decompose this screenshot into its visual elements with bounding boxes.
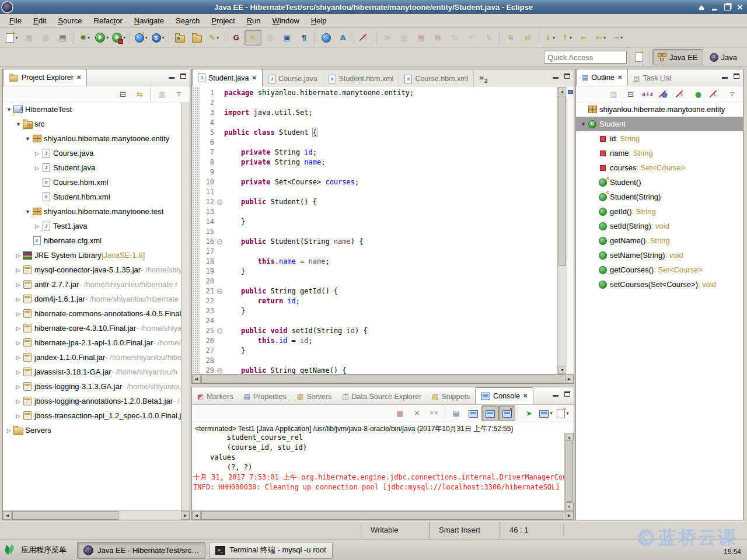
- code-line[interactable]: 21− public String getId() {: [199, 286, 557, 296]
- tab-console[interactable]: Console✕: [475, 387, 533, 404]
- code-line[interactable]: 27 }: [199, 346, 557, 356]
- tree-item[interactable]: ▷jandex-1.1.0.Final.jar - /home/shiyanlo…: [3, 350, 181, 365]
- fold-collapse-icon[interactable]: −: [217, 200, 222, 205]
- code-line[interactable]: 10 private Set<Course> courses;: [199, 177, 557, 187]
- last-edit-button[interactable]: ←: [575, 30, 592, 46]
- code-line[interactable]: 24: [199, 316, 557, 326]
- disabled-4-button[interactable]: ↻: [446, 30, 463, 46]
- tree-item[interactable]: ▷dom4j-1.6.1.jar - /home/shiyanlou/hiber…: [3, 292, 181, 306]
- code-line[interactable]: 16− public Student(String name) {: [199, 237, 557, 247]
- console-vscrollbar[interactable]: ▲ ▼: [564, 433, 574, 510]
- outline-item[interactable]: shiyanlou.hibernate.manytoone.entity: [576, 102, 743, 117]
- code-line[interactable]: 26 this.id = id;: [199, 336, 557, 346]
- close-icon[interactable]: ✕: [252, 75, 257, 81]
- tree-item[interactable]: ▼⚠HibernateTest: [3, 102, 181, 117]
- code-line[interactable]: 7 private String id;: [199, 148, 557, 158]
- scroll-down-icon[interactable]: ▼: [565, 502, 574, 510]
- scroll-thumb[interactable]: [566, 442, 573, 502]
- code-line[interactable]: 13: [199, 207, 557, 217]
- web-service-button[interactable]: S▾: [149, 30, 166, 46]
- code-line[interactable]: 8 private String name;: [199, 158, 557, 167]
- sort-button[interactable]: a↓z: [639, 86, 656, 102]
- expand-arrow-icon[interactable]: ▷: [15, 398, 22, 404]
- project-tree-hscrollbar[interactable]: ◀ ▶: [3, 510, 190, 520]
- tree-item[interactable]: ▷JCourse.java: [3, 146, 181, 160]
- hide-fields-button[interactable]: ●: [656, 86, 673, 102]
- tree-item[interactable]: ▷mysql-connector-java-5.1.35.jar - /home…: [3, 262, 181, 277]
- tab-snippets[interactable]: ▧Snippets: [427, 388, 475, 404]
- hide-local-types-button[interactable]: L: [707, 86, 724, 102]
- tree-item[interactable]: ▷JRE System Library [JavaSE-1.8]: [3, 248, 181, 262]
- open-console-button[interactable]: ▾: [554, 405, 571, 421]
- prev-annotation-button[interactable]: ↑▾: [558, 30, 575, 46]
- distro-logo-icon[interactable]: [4, 544, 16, 556]
- maximize-view-icon[interactable]: [180, 74, 186, 79]
- filter-button[interactable]: ▥: [153, 86, 170, 102]
- minimize-view-icon[interactable]: [169, 77, 174, 79]
- tree-item[interactable]: XStudent.hbm.xml: [3, 190, 181, 204]
- scroll-thumb[interactable]: [201, 374, 564, 383]
- scroll-up-icon[interactable]: ▲: [558, 87, 567, 95]
- scroll-thumb[interactable]: [558, 96, 566, 266]
- code-line[interactable]: 11: [199, 187, 557, 197]
- code-line[interactable]: 23 }: [199, 306, 557, 316]
- expand-arrow-icon[interactable]: ▷: [15, 311, 22, 317]
- generate-button[interactable]: G: [228, 30, 245, 46]
- window-close-icon[interactable]: ✕: [735, 2, 745, 12]
- window-titlebar[interactable]: Java EE - HibernateTest/src/shiyanlou/hi…: [0, 0, 747, 14]
- code-line[interactable]: 18 this.name = name;: [199, 257, 557, 267]
- tab-project-explorer[interactable]: Project Explorer ✕: [3, 69, 87, 86]
- disabled-6-button[interactable]: ↯: [480, 30, 497, 46]
- menu-navigate[interactable]: Navigate: [128, 15, 170, 27]
- editor-tab-course-hbm-xml[interactable]: XCourse.hbm.xml: [399, 71, 474, 87]
- show-stderr-button[interactable]: [498, 405, 515, 421]
- import-button[interactable]: [172, 30, 189, 46]
- tab-servers[interactable]: ▥Servers: [292, 388, 337, 404]
- menu-window[interactable]: Window: [267, 15, 305, 27]
- outline-item[interactable]: setName(String) : void: [576, 248, 743, 262]
- tree-item[interactable]: ▷JStudent.java: [3, 160, 181, 175]
- collapse-arrow-icon[interactable]: ▼: [24, 136, 32, 142]
- scroll-left-icon[interactable]: ◀: [3, 511, 12, 520]
- maximize-view-icon[interactable]: [564, 391, 570, 397]
- code-line[interactable]: 9: [199, 167, 557, 177]
- fold-collapse-icon[interactable]: −: [217, 328, 222, 334]
- next-annotation-button[interactable]: ↓▾: [542, 30, 558, 46]
- scroll-right-icon[interactable]: ▶: [565, 511, 574, 520]
- code-line[interactable]: 14 }: [199, 217, 557, 227]
- outline-item[interactable]: setId(String) : void: [576, 219, 743, 233]
- tab-outline[interactable]: ▤Outline✕: [576, 69, 628, 86]
- scroll-right-icon[interactable]: ▶: [565, 374, 574, 383]
- window-minimize-icon[interactable]: [710, 2, 719, 12]
- text-frame-button[interactable]: ▣: [278, 30, 295, 46]
- fold-collapse-icon[interactable]: −: [217, 239, 222, 244]
- tree-item[interactable]: ▷javassist-3.18.1-GA.jar - /home/shiyanl…: [3, 365, 181, 379]
- tab-task-list[interactable]: ▤Task List: [628, 70, 676, 86]
- code-editor[interactable]: 1package shiyanlou.hibernate.manytoone.e…: [192, 87, 574, 374]
- code-line[interactable]: 12− public Student() {: [199, 197, 557, 207]
- print-button[interactable]: ▤: [54, 30, 71, 46]
- tree-item[interactable]: ▷jboss-logging-3.1.3.GA.jar - /home/shiy…: [3, 379, 181, 394]
- back-button[interactable]: ←▾: [592, 30, 609, 46]
- view-menu-button[interactable]: ▽: [724, 86, 741, 102]
- code-line[interactable]: 20: [199, 276, 557, 286]
- menu-help[interactable]: Help: [305, 15, 333, 27]
- expand-arrow-icon[interactable]: ▷: [33, 165, 41, 171]
- expand-arrow-icon[interactable]: ▷: [15, 282, 22, 288]
- tree-item[interactable]: ▷jboss-transaction-api_1.2_spec-1.0.0.Fi…: [3, 408, 181, 423]
- taskbar-window-button[interactable]: >_Terminal 终端 - mysql -u root: [209, 542, 332, 559]
- minimize-view-icon[interactable]: [553, 395, 558, 397]
- save-button[interactable]: ▦: [20, 30, 37, 46]
- quick-access-input[interactable]: [544, 51, 627, 64]
- scroll-down-icon[interactable]: ▼: [558, 366, 567, 374]
- collapse-all-button[interactable]: ⊟: [622, 86, 639, 102]
- perspective-java[interactable]: Java: [704, 49, 742, 65]
- terminate-button[interactable]: ■: [392, 405, 409, 421]
- expand-arrow-icon[interactable]: ▷: [15, 326, 22, 331]
- expand-arrow-icon[interactable]: ▷: [15, 296, 22, 302]
- tree-item[interactable]: ▼⚠shiyanlou.hibernate.manytoone.test: [3, 204, 181, 219]
- new-button[interactable]: ▾: [4, 30, 20, 46]
- scroll-right-icon[interactable]: ▶: [181, 511, 190, 520]
- tree-item[interactable]: ▷antlr-2.7.7.jar - /home/shiyanlou/hiber…: [3, 277, 181, 292]
- menu-project[interactable]: Project: [205, 15, 240, 27]
